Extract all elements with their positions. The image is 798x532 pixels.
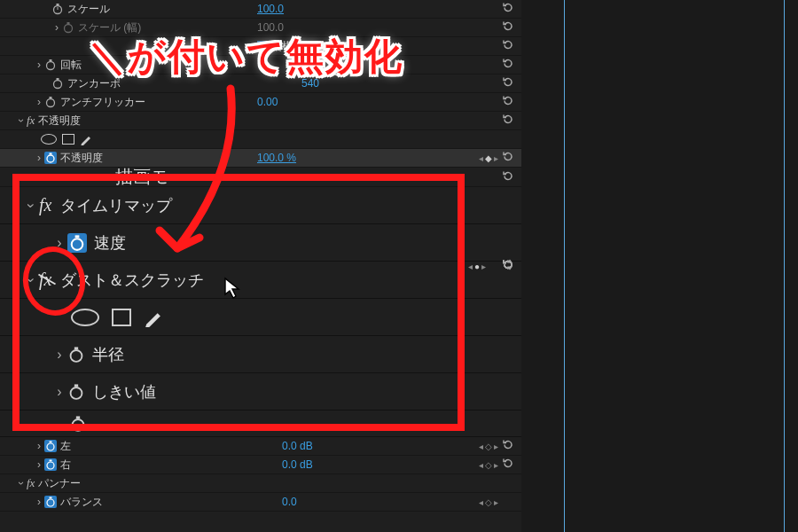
reset-icon[interactable] [502, 151, 514, 166]
svg-point-21 [47, 443, 54, 450]
row-scale-h: › スケール (幅) 100.0 [0, 19, 521, 37]
stopwatch-icon[interactable] [51, 77, 64, 90]
group-label: パンナー [38, 476, 81, 491]
group-opacity[interactable]: › fx 不透明度 [0, 112, 521, 130]
svg-rect-1 [57, 4, 59, 5]
row-opacity[interactable]: › 不透明度 100.0 % ◂◆▸ [0, 149, 521, 168]
svg-point-19 [73, 419, 84, 431]
svg-rect-10 [50, 97, 52, 98]
stopwatch-icon[interactable] [44, 59, 57, 71]
expand-arrow-icon[interactable]: › [23, 198, 39, 214]
prop-value[interactable]: 0.0 [282, 496, 297, 508]
prop-value[interactable]: 0.0 dB [282, 458, 313, 471]
expand-arrow-icon[interactable]: › [51, 21, 62, 34]
expand-arrow-icon[interactable]: › [34, 458, 44, 471]
expand-arrow-icon[interactable]: › [15, 115, 27, 126]
fx-icon[interactable]: fx [27, 476, 35, 490]
row-blend: 描画モ [0, 168, 521, 187]
fx-icon[interactable]: fx [27, 113, 35, 128]
group-dust-scratch[interactable]: › fx ダスト＆スクラッチ [0, 262, 521, 299]
expand-arrow-icon[interactable]: › [34, 496, 44, 508]
reset-icon[interactable] [502, 113, 514, 129]
reset-icon[interactable] [502, 439, 514, 454]
pen-mask-icon[interactable] [144, 308, 163, 327]
stopwatch-active-icon[interactable] [44, 458, 57, 471]
pen-mask-icon[interactable] [80, 133, 92, 145]
fx-disabled-icon[interactable]: fx [39, 270, 51, 290]
group-label: ダスト＆スクラッチ [60, 270, 204, 291]
svg-rect-6 [50, 59, 52, 61]
expand-arrow-icon[interactable]: › [34, 152, 44, 164]
prop-label: 左 [60, 439, 71, 454]
row-rotation: › 回転 [0, 56, 521, 74]
group-label: 不透明度 [38, 113, 81, 129]
stopwatch-icon[interactable] [67, 383, 85, 401]
checkbox-label: 縦横比を固定 [271, 39, 335, 54]
reset-icon[interactable] [502, 58, 514, 73]
stopwatch-active-icon[interactable] [67, 233, 87, 253]
prop-label: アンチフリッカー [60, 95, 145, 110]
group-panner[interactable]: › fx パンナー [0, 474, 521, 493]
svg-rect-16 [74, 347, 78, 349]
stopwatch-icon[interactable] [62, 21, 74, 34]
reset-icon[interactable] [502, 95, 514, 110]
svg-point-3 [65, 25, 73, 33]
mask-tools-row [0, 130, 521, 149]
stopwatch-icon[interactable] [51, 3, 64, 15]
svg-rect-14 [75, 235, 80, 238]
stopwatch-icon[interactable] [67, 346, 85, 364]
svg-rect-24 [50, 460, 52, 462]
svg-rect-4 [67, 22, 70, 24]
rect-mask-icon[interactable] [62, 134, 74, 145]
reset-icon[interactable] [502, 39, 514, 54]
expand-arrow-icon[interactable]: › [23, 272, 39, 288]
ellipse-mask-icon[interactable] [71, 309, 99, 326]
expand-arrow-icon[interactable]: › [34, 440, 44, 452]
prop-value[interactable]: 0.00 [257, 96, 278, 108]
rect-mask-icon[interactable] [112, 309, 131, 326]
expand-arrow-icon[interactable]: › [51, 347, 67, 363]
prop-value[interactable]: 100.0 [257, 3, 284, 15]
svg-point-11 [47, 155, 54, 162]
row-speed[interactable]: › 速度 [0, 224, 521, 262]
reset-icon[interactable] [502, 169, 514, 184]
expand-arrow-icon[interactable]: › [15, 478, 27, 489]
prop-value[interactable]: 540 [301, 77, 319, 90]
keyframe-nav[interactable]: ◂◆▸ [479, 153, 498, 163]
prop-value[interactable]: 0.0 dB [282, 440, 313, 452]
row-threshold[interactable]: › しきい値 [0, 373, 521, 411]
fx-icon[interactable]: fx [39, 195, 51, 215]
reset-icon[interactable] [502, 20, 514, 35]
expand-arrow-icon[interactable]: › [34, 59, 44, 71]
reset-icon[interactable] [502, 259, 514, 274]
row-anchor: アンカーポ 540 [0, 74, 521, 93]
row-right: › 右 0.0 dB ◂◇▸ [0, 456, 521, 474]
prop-label: 速度 [94, 232, 126, 254]
stopwatch-icon[interactable] [44, 96, 57, 108]
reset-icon[interactable] [502, 2, 514, 17]
row-radius[interactable]: › 半径 [0, 336, 521, 373]
keyframe-nav[interactable]: ◂◇▸ [479, 460, 498, 470]
stopwatch-icon[interactable] [69, 415, 87, 433]
expand-arrow-icon[interactable]: › [51, 235, 67, 251]
expand-arrow-icon[interactable]: › [51, 384, 67, 400]
keyframe-nav[interactable]: ◂◇▸ [479, 442, 498, 451]
svg-rect-20 [76, 416, 80, 419]
stopwatch-active-icon[interactable] [44, 440, 57, 452]
reset-icon[interactable] [502, 76, 514, 91]
prop-label: スケール (幅) [78, 20, 141, 35]
ellipse-mask-icon[interactable] [41, 134, 57, 145]
stopwatch-active-icon[interactable] [44, 496, 57, 508]
reset-icon[interactable] [502, 458, 514, 473]
keyframe-nav[interactable]: ◂●▸ [468, 262, 486, 271]
expand-arrow-icon[interactable]: › [34, 96, 44, 108]
group-timeremap[interactable]: › fx タイムリマップ ◂●▸ [0, 187, 521, 224]
prop-value[interactable]: 100.0 % [257, 152, 296, 164]
prop-value: 100.0 [257, 21, 284, 34]
keyframe-nav[interactable]: ◂◇▸ [479, 497, 498, 507]
svg-point-23 [47, 462, 54, 469]
prop-label: 半径 [92, 344, 124, 365]
stopwatch-active-icon[interactable] [44, 152, 57, 164]
lock-aspect-checkbox[interactable]: ✓ [257, 41, 268, 51]
row-antiflicker: › アンチフリッカー 0.00 [0, 93, 521, 112]
